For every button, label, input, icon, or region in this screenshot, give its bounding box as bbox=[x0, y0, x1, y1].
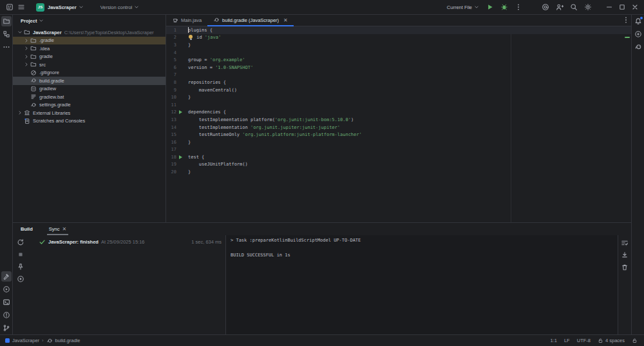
lock-icon bbox=[598, 338, 603, 343]
caret-position[interactable]: 1:1 bbox=[551, 338, 557, 343]
terminal-icon bbox=[3, 298, 10, 306]
close-button[interactable] bbox=[629, 1, 641, 13]
code-line-12[interactable]: 12dependencies { bbox=[166, 109, 631, 117]
build-hammer-button[interactable] bbox=[1, 271, 12, 282]
code-line-16[interactable]: 16} bbox=[166, 139, 631, 146]
run-gutter-icon[interactable] bbox=[179, 155, 182, 159]
build-hammer-icon bbox=[3, 273, 10, 280]
run-configuration-selector[interactable]: Current File bbox=[447, 5, 479, 10]
debug-button[interactable] bbox=[498, 1, 510, 13]
view-options-button[interactable] bbox=[15, 274, 26, 284]
pin-button[interactable] bbox=[15, 262, 26, 272]
version-control-button[interactable] bbox=[1, 323, 12, 333]
chevron-right-icon[interactable] bbox=[23, 46, 30, 51]
intention-bulb-icon[interactable] bbox=[189, 35, 193, 39]
tree-item-gradlew-bat[interactable]: gradlew.bat bbox=[13, 93, 166, 101]
vcs-selector[interactable]: Version control bbox=[100, 5, 140, 10]
breadcrumb-project[interactable]: JavaScraper bbox=[12, 338, 39, 343]
build-status-row[interactable]: JavaScraper: finished At 25/09/2025 15:1… bbox=[28, 238, 225, 246]
indent-widget[interactable]: 4 spaces bbox=[598, 338, 625, 343]
chevron-right-icon[interactable] bbox=[23, 54, 30, 59]
code-with-me-icon[interactable] bbox=[540, 1, 551, 13]
code-line-18[interactable]: 18test { bbox=[166, 153, 631, 161]
close-tab-icon[interactable]: ✕ bbox=[283, 17, 288, 23]
line-separator[interactable]: LF bbox=[564, 338, 570, 343]
code-line-11[interactable]: 11 bbox=[166, 101, 631, 109]
services-button[interactable] bbox=[1, 284, 12, 294]
gradle-button[interactable] bbox=[633, 42, 643, 52]
tree-item-scratches-and-consoles[interactable]: Scratches and Consoles bbox=[13, 117, 166, 126]
notifications-button[interactable] bbox=[633, 16, 643, 26]
build-status-duration: 1 sec, 634 ms bbox=[191, 239, 222, 245]
chevron-right-icon[interactable] bbox=[23, 62, 30, 67]
add-user-icon[interactable] bbox=[554, 1, 565, 13]
ai-assistant-button[interactable] bbox=[633, 29, 643, 39]
chevron-down-icon[interactable] bbox=[17, 30, 23, 35]
main-menu-icon[interactable] bbox=[15, 1, 27, 13]
code-line-9[interactable]: 9 mavenCentral() bbox=[166, 86, 631, 94]
project-folder-button[interactable] bbox=[1, 16, 12, 26]
services-icon bbox=[3, 285, 10, 293]
code-line-19[interactable]: 19 useJUnitPlatform() bbox=[166, 161, 631, 169]
code-line-10[interactable]: 10} bbox=[166, 93, 631, 101]
problems-button[interactable] bbox=[1, 310, 12, 320]
chevron-right-icon[interactable] bbox=[17, 110, 23, 115]
tree-item-label: src bbox=[39, 62, 46, 68]
maximize-button[interactable] bbox=[616, 1, 629, 13]
code-line-6[interactable]: 6version = '1.0-SNAPSHOT' bbox=[166, 64, 631, 72]
code-line-2[interactable]: 2 id 'java' bbox=[166, 34, 631, 42]
terminal-button[interactable] bbox=[1, 297, 12, 307]
code-line-15[interactable]: 15 testRuntimeOnly 'org.junit.platform:j… bbox=[166, 131, 631, 139]
close-tab-icon[interactable]: ✕ bbox=[62, 226, 66, 232]
run-button[interactable] bbox=[484, 1, 496, 13]
tab-build-gradle-javascraper[interactable]: build.gradle (JavaScraper)✕ bbox=[207, 14, 294, 26]
code-line-13[interactable]: 13 testImplementation platform('org.juni… bbox=[166, 116, 631, 124]
stop-button[interactable] bbox=[15, 249, 26, 260]
code-line-17[interactable]: 17 bbox=[166, 146, 631, 154]
tree-item-src[interactable]: src bbox=[13, 61, 166, 69]
tree-item-gitignore[interactable]: .gitignore bbox=[13, 69, 166, 77]
tab-sync[interactable]: Sync ✕ bbox=[47, 223, 68, 235]
tree-item-idea[interactable]: .idea bbox=[13, 44, 166, 53]
run-gutter-icon[interactable] bbox=[179, 110, 182, 114]
code-line-4[interactable]: 4 bbox=[166, 49, 631, 57]
tree-item-javascraper[interactable]: JavaScraperC:\Users\TypeTopia\Desktop\Ja… bbox=[13, 28, 166, 37]
search-icon[interactable] bbox=[568, 1, 580, 13]
project-panel-header[interactable]: Project bbox=[13, 14, 166, 27]
code-line-14[interactable]: 14 testImplementation 'org.junit.jupiter… bbox=[166, 124, 631, 131]
code-editor[interactable]: 1plugins {2 id 'java'3}45group = 'org.ex… bbox=[166, 26, 631, 222]
code-line-7[interactable]: 7 bbox=[166, 72, 631, 79]
code-line-8[interactable]: 8repositories { bbox=[166, 79, 631, 86]
chevron-right-icon[interactable] bbox=[23, 38, 30, 43]
tree-item-gradle[interactable]: .gradle bbox=[13, 37, 166, 45]
tab-list-more-icon[interactable] bbox=[621, 15, 631, 25]
structure-button[interactable] bbox=[1, 29, 12, 39]
minimize-button[interactable] bbox=[603, 1, 616, 13]
settings-gear-icon[interactable] bbox=[582, 1, 594, 13]
file-encoding[interactable]: UTF-8 bbox=[577, 338, 591, 343]
tree-item-gradle[interactable]: gradle bbox=[13, 53, 166, 61]
breadcrumb-file[interactable]: build.gradle bbox=[55, 338, 80, 343]
code-line-3[interactable]: 3} bbox=[166, 41, 631, 49]
soft-wrap-button[interactable] bbox=[620, 238, 630, 248]
scroll-end-button[interactable] bbox=[620, 250, 630, 260]
code-line-5[interactable]: 5group = 'org.example' bbox=[166, 56, 631, 64]
build-status-tree: JavaScraper: finished At 25/09/2025 15:1… bbox=[28, 235, 225, 335]
code-line-20[interactable]: 20} bbox=[166, 168, 631, 176]
clear-button[interactable] bbox=[620, 262, 630, 273]
tree-item-settings-gradle[interactable]: settings.gradle bbox=[13, 101, 166, 110]
tree-item-build-gradle[interactable]: build.gradle bbox=[13, 77, 166, 85]
tab-main-java[interactable]: Main.java bbox=[166, 14, 207, 26]
more-horizontal-button[interactable] bbox=[1, 42, 12, 52]
build-console-output[interactable]: > Task :prepareKotlinBuildScriptModel UP… bbox=[225, 235, 618, 335]
run-config-label: Current File bbox=[447, 5, 472, 10]
project-selector[interactable]: JS JavaScraper bbox=[36, 3, 84, 12]
tree-item-external-libraries[interactable]: External Libraries bbox=[13, 109, 166, 117]
more-actions-icon[interactable] bbox=[513, 1, 524, 13]
code-line-1[interactable]: 1plugins { bbox=[166, 26, 631, 34]
tree-item-gradlew[interactable]: gradlew bbox=[13, 85, 166, 93]
rerun-button[interactable] bbox=[15, 237, 26, 247]
java-class-icon bbox=[172, 17, 178, 23]
ide-window: JS JavaScraper Version control Current F… bbox=[0, 0, 644, 346]
readonly-lock-icon[interactable] bbox=[632, 338, 638, 343]
